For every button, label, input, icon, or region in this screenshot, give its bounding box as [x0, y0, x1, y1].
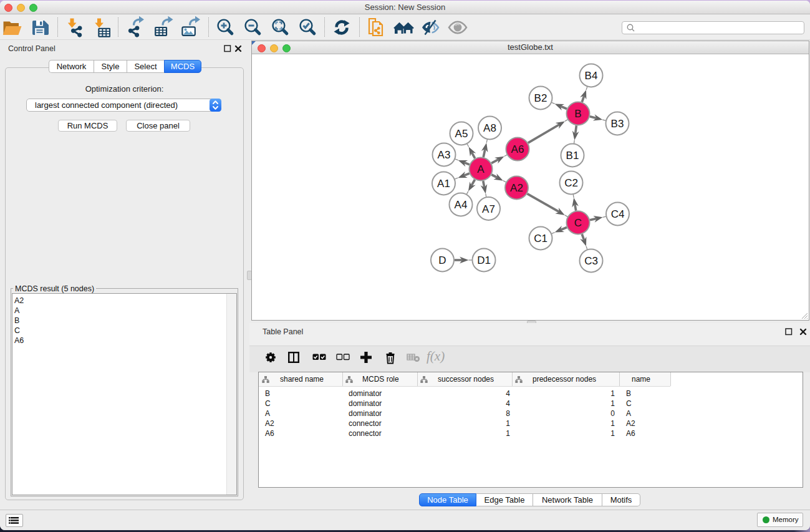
svg-text:A: A — [477, 163, 485, 175]
svg-text:A4: A4 — [455, 199, 468, 211]
svg-text:B1: B1 — [566, 150, 579, 162]
svg-text:B3: B3 — [611, 118, 624, 130]
svg-text:A5: A5 — [455, 128, 468, 140]
svg-text:C1: C1 — [534, 233, 547, 244]
svg-text:C3: C3 — [584, 255, 598, 267]
svg-text:D1: D1 — [477, 254, 491, 266]
svg-text:C: C — [574, 217, 582, 229]
svg-text:A8: A8 — [483, 122, 496, 134]
svg-text:D: D — [438, 254, 446, 266]
svg-text:A7: A7 — [482, 203, 495, 215]
svg-text:B4: B4 — [585, 70, 598, 82]
svg-text:C4: C4 — [611, 208, 625, 220]
svg-text:A6: A6 — [511, 143, 524, 155]
svg-text:A2: A2 — [510, 182, 523, 194]
svg-text:B: B — [574, 108, 581, 120]
svg-text:A1: A1 — [437, 178, 450, 190]
svg-text:B2: B2 — [534, 92, 547, 104]
svg-text:A3: A3 — [438, 149, 451, 161]
svg-text:C2: C2 — [564, 177, 578, 189]
